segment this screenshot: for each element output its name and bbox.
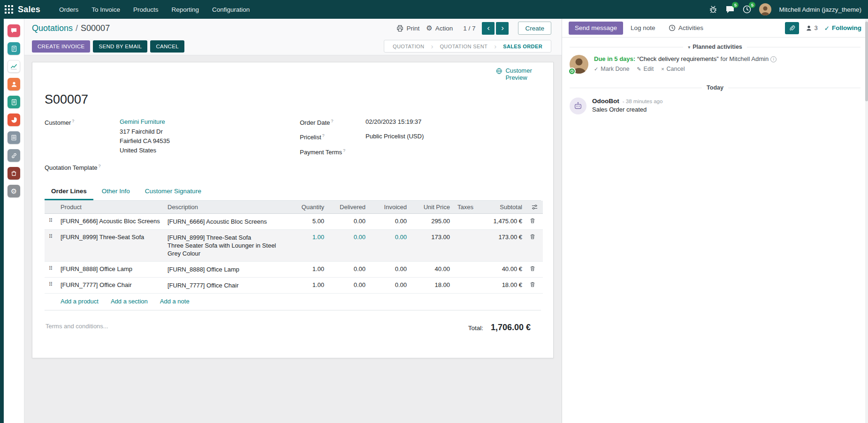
status-step-sales-order[interactable]: SALES ORDER bbox=[496, 44, 549, 49]
order-date-value[interactable]: 02/20/2023 15:19:37 bbox=[365, 118, 541, 126]
column-header-subtotal[interactable]: Subtotal bbox=[478, 201, 526, 214]
cell-unit-price[interactable]: 40.00 bbox=[411, 261, 454, 277]
apps-grid-icon[interactable] bbox=[5, 5, 13, 14]
column-header-description[interactable]: Description bbox=[164, 201, 289, 214]
nav-item-orders[interactable]: Orders bbox=[53, 3, 84, 16]
tab-customer-signature[interactable]: Customer Signature bbox=[138, 184, 208, 200]
column-header-delivered[interactable]: Delivered bbox=[328, 201, 369, 214]
app-icon-crm[interactable] bbox=[8, 78, 20, 91]
mark-done-button[interactable]: ✓Mark Done bbox=[594, 66, 629, 72]
app-icon-dashboards[interactable] bbox=[8, 60, 20, 73]
cell-unit-price[interactable]: 295.00 bbox=[411, 213, 454, 229]
cell-quantity[interactable]: 5.00 bbox=[289, 213, 328, 229]
column-header-invoiced[interactable]: Invoiced bbox=[369, 201, 411, 214]
print-button[interactable]: Print bbox=[396, 25, 419, 32]
pricelist-value[interactable]: Public Pricelist (USD) bbox=[365, 133, 541, 141]
add-note-link[interactable]: Add a note bbox=[160, 298, 190, 305]
cell-product[interactable]: [FURN_8999] Three-Seat Sofa bbox=[57, 229, 164, 261]
cell-delivered[interactable]: 0.00 bbox=[328, 229, 369, 261]
debug-bug-icon[interactable] bbox=[708, 5, 718, 14]
app-icon-settings[interactable]: ⚙ bbox=[8, 185, 20, 197]
edit-activity-button[interactable]: ✎Edit bbox=[637, 66, 654, 72]
messages-icon[interactable]: 5 bbox=[725, 5, 735, 14]
app-icon-spreadsheet[interactable] bbox=[8, 113, 20, 126]
cell-description[interactable]: [FURN_6666] Acoustic Bloc Screens bbox=[164, 213, 289, 229]
optional-columns-button[interactable] bbox=[526, 201, 543, 214]
drag-handle-icon[interactable]: ⠿ bbox=[45, 213, 57, 229]
app-icon-discuss[interactable] bbox=[8, 24, 20, 37]
order-line-row[interactable]: ⠿ [FURN_8999] Three-Seat Sofa [FURN_8999… bbox=[45, 229, 543, 261]
cell-description[interactable]: [FURN_8999] Three-Seat Sofa Three Seater… bbox=[164, 229, 289, 261]
planned-activities-toggle[interactable]: ▾ Planned activities bbox=[688, 44, 742, 50]
cell-unit-price[interactable]: 18.00 bbox=[411, 277, 454, 293]
order-line-row[interactable]: ⠿ [FURN_6666] Acoustic Bloc Screens [FUR… bbox=[45, 213, 543, 229]
cancel-button[interactable]: CANCEL bbox=[150, 40, 184, 53]
app-icon-purchase[interactable] bbox=[8, 167, 20, 180]
cell-description[interactable]: [FURN_7777] Office Chair bbox=[164, 277, 289, 293]
column-header-quantity[interactable]: Quantity bbox=[289, 201, 328, 214]
send-by-email-button[interactable]: SEND BY EMAIL bbox=[93, 40, 147, 53]
app-icon-documents[interactable] bbox=[8, 42, 20, 55]
customer-preview-button[interactable]: Customer Preview bbox=[496, 67, 545, 81]
user-menu[interactable]: Mitchell Admin (jazzy_theme) bbox=[779, 6, 861, 13]
followers-button[interactable]: 3 bbox=[806, 24, 817, 31]
add-product-link[interactable]: Add a product bbox=[61, 298, 99, 305]
nav-item-products[interactable]: Products bbox=[128, 3, 164, 16]
schedule-activity-button[interactable]: Activities bbox=[663, 22, 709, 34]
cell-delivered[interactable]: 0.00 bbox=[328, 261, 369, 277]
column-header-product[interactable]: Product bbox=[57, 201, 164, 214]
status-step-quotation-sent[interactable]: QUOTATION SENT bbox=[433, 44, 494, 49]
cell-product[interactable]: [FURN_7777] Office Chair bbox=[57, 277, 164, 293]
customer-value[interactable]: Gemini Furniture bbox=[120, 118, 286, 126]
delete-row-button[interactable] bbox=[526, 229, 543, 261]
terms-placeholder[interactable]: Terms and conditions... bbox=[46, 323, 108, 330]
column-header-unit-price[interactable]: Unit Price bbox=[411, 201, 454, 214]
nav-item-configuration[interactable]: Configuration bbox=[206, 3, 255, 16]
nav-item-reporting[interactable]: Reporting bbox=[166, 3, 205, 16]
user-avatar[interactable] bbox=[759, 3, 771, 15]
app-icon-sales[interactable] bbox=[8, 96, 20, 108]
delete-row-button[interactable] bbox=[526, 277, 543, 293]
drag-handle-icon[interactable]: ⠿ bbox=[45, 277, 57, 293]
cell-quantity[interactable]: 1.00 bbox=[289, 277, 328, 293]
cell-invoiced[interactable]: 0.00 bbox=[369, 229, 411, 261]
order-line-row[interactable]: ⠿ [FURN_7777] Office Chair [FURN_7777] O… bbox=[45, 277, 543, 293]
info-icon[interactable]: i bbox=[770, 56, 777, 62]
cell-product[interactable]: [FURN_8888] Office Lamp bbox=[57, 261, 164, 277]
app-icon-accounting[interactable] bbox=[8, 131, 20, 144]
pager-previous-button[interactable]: ‹ bbox=[482, 22, 495, 35]
send-message-button[interactable]: Send message bbox=[569, 22, 623, 35]
activities-clock-icon[interactable]: 5 bbox=[742, 5, 752, 14]
column-header-taxes[interactable]: Taxes bbox=[454, 201, 478, 214]
message-author[interactable]: OdooBot bbox=[592, 98, 619, 105]
delete-row-button[interactable] bbox=[526, 213, 543, 229]
tab-other-info[interactable]: Other Info bbox=[95, 184, 137, 200]
nav-item-to-invoice[interactable]: To Invoice bbox=[86, 3, 126, 16]
page-scrollbar[interactable] bbox=[865, 19, 868, 423]
cell-invoiced[interactable]: 0.00 bbox=[369, 213, 411, 229]
cell-quantity[interactable]: 1.00 bbox=[289, 229, 328, 261]
drag-handle-icon[interactable]: ⠿ bbox=[45, 261, 57, 277]
tab-order-lines[interactable]: Order Lines bbox=[45, 184, 93, 200]
drag-handle-icon[interactable]: ⠿ bbox=[45, 229, 57, 261]
pager-next-button[interactable]: › bbox=[496, 22, 509, 35]
breadcrumb-quotations[interactable]: Quotations bbox=[32, 23, 73, 33]
app-name[interactable]: Sales bbox=[18, 5, 40, 15]
cell-delivered[interactable]: 0.00 bbox=[328, 213, 369, 229]
payment-terms-value[interactable] bbox=[365, 148, 541, 156]
cell-delivered[interactable]: 0.00 bbox=[328, 277, 369, 293]
create-invoice-button[interactable]: CREATE INVOICE bbox=[32, 40, 90, 53]
create-button[interactable]: Create bbox=[518, 22, 551, 35]
cell-taxes[interactable] bbox=[454, 277, 478, 293]
cell-invoiced[interactable]: 0.00 bbox=[369, 277, 411, 293]
cell-taxes[interactable] bbox=[454, 213, 478, 229]
quotation-template-label[interactable]: Quotation Template? bbox=[45, 163, 286, 171]
action-button[interactable]: ⚙ Action bbox=[426, 24, 453, 32]
attach-files-button[interactable] bbox=[785, 22, 799, 34]
order-line-row[interactable]: ⠿ [FURN_8888] Office Lamp [FURN_8888] Of… bbox=[45, 261, 543, 277]
cell-unit-price[interactable]: 173.00 bbox=[411, 229, 454, 261]
following-button[interactable]: ✓ Following bbox=[824, 24, 861, 32]
add-section-link[interactable]: Add a section bbox=[111, 298, 148, 305]
cell-taxes[interactable] bbox=[454, 261, 478, 277]
status-step-quotation[interactable]: QUOTATION bbox=[386, 44, 431, 49]
